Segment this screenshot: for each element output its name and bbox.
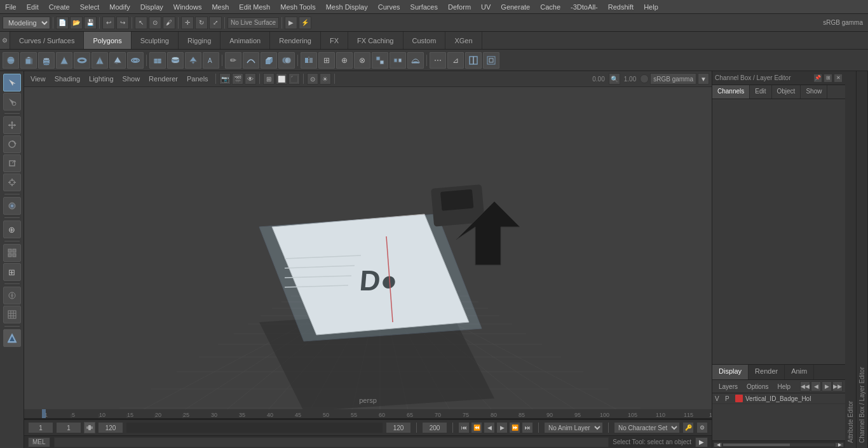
vp-wireframe-icon[interactable]: ⬜: [276, 73, 287, 85]
shelf-cube-icon[interactable]: [20, 52, 37, 69]
move-icon[interactable]: ✛: [181, 17, 194, 29]
hscrollbar-thumb[interactable]: [723, 444, 790, 446]
menu-mesh[interactable]: Mesh: [207, 2, 234, 12]
menu-create[interactable]: Create: [44, 2, 75, 12]
current-frame-field[interactable]: 1: [28, 422, 53, 433]
shelf-disk-icon[interactable]: [167, 52, 184, 69]
anim-settings-icon[interactable]: ⚙: [696, 422, 708, 433]
shelf-pipe-icon[interactable]: [127, 52, 144, 69]
tab-rigging[interactable]: Rigging: [179, 32, 220, 49]
tool-snap-points[interactable]: [3, 244, 21, 262]
vp-camera-icon[interactable]: 📷: [219, 73, 231, 85]
tool-select[interactable]: [3, 74, 21, 92]
script-input[interactable]: [54, 437, 609, 447]
tool-scale[interactable]: [3, 154, 21, 172]
lasso-icon[interactable]: ⊙: [149, 17, 161, 29]
no-live-surface-btn[interactable]: No Live Surface: [227, 17, 279, 29]
tab-xgen[interactable]: XGen: [445, 32, 482, 49]
menu-mesh-tools[interactable]: Mesh Tools: [275, 2, 320, 12]
menu-3dtoall[interactable]: -3DtoAll-: [566, 2, 603, 12]
shelf-cone-icon[interactable]: [56, 52, 72, 69]
right-panel-hscrollbar[interactable]: ◀ ▶: [712, 440, 845, 448]
tab-fx-caching[interactable]: FX Caching: [348, 32, 403, 49]
shelf-text-icon[interactable]: A: [203, 52, 219, 69]
vp-zoom-icon[interactable]: 🔍: [609, 73, 620, 85]
vp-menu-view[interactable]: View: [27, 74, 50, 84]
menu-select[interactable]: Select: [75, 2, 105, 12]
menu-redshift[interactable]: Redshift: [603, 2, 639, 12]
play-fwd-icon[interactable]: ▶: [496, 422, 508, 433]
vp-xray-icon[interactable]: ⊙: [307, 73, 318, 85]
channel-box-pin-icon[interactable]: 📌: [813, 74, 822, 83]
channel-box-close-icon[interactable]: ✕: [834, 74, 843, 83]
menu-edit-mesh[interactable]: Edit Mesh: [234, 2, 275, 12]
skip-back-icon[interactable]: ⏮: [458, 422, 470, 433]
menu-deform[interactable]: Deform: [443, 2, 476, 12]
cb-tab-show[interactable]: Show: [801, 85, 827, 98]
channel-box-resize-icon[interactable]: ⊞: [824, 74, 832, 83]
tool-snap-add[interactable]: ⊞: [3, 263, 21, 281]
shelf-combine-icon[interactable]: [372, 52, 388, 69]
timeline-ruler[interactable]: 1 5 10 15 20 25 30 35 40 45 50 55 60 65: [24, 409, 712, 418]
shelf-edge-loop-icon[interactable]: [465, 52, 482, 69]
shelf-sphere-icon[interactable]: [3, 52, 19, 69]
le-tab-render[interactable]: Render: [749, 365, 785, 379]
timeline-slider[interactable]: [126, 422, 383, 433]
menu-mesh-display[interactable]: Mesh Display: [321, 2, 373, 12]
tool-grid[interactable]: [3, 306, 21, 323]
playback-start-field[interactable]: 1: [56, 422, 81, 433]
vp-menu-show[interactable]: Show: [119, 74, 144, 84]
tab-fx[interactable]: FX: [321, 32, 348, 49]
range-end-field[interactable]: 120: [386, 422, 411, 433]
vp-menu-panels[interactable]: Panels: [183, 74, 212, 84]
channel-box-side-tab[interactable]: Channel Box / Layer Editor: [857, 71, 868, 448]
vp-menu-lighting[interactable]: Lighting: [85, 74, 118, 84]
skip-fwd-icon[interactable]: ⏭: [522, 422, 533, 433]
key-icon[interactable]: 🔑: [682, 422, 694, 433]
render-icon[interactable]: ▶: [285, 17, 297, 29]
select-icon[interactable]: ↖: [135, 17, 147, 29]
cb-tab-channels[interactable]: Channels: [712, 85, 750, 98]
gamma-display[interactable]: sRGB gamma: [650, 73, 696, 85]
menu-windows[interactable]: Windows: [168, 2, 207, 12]
tool-move[interactable]: [3, 116, 21, 134]
tool-universal[interactable]: [3, 173, 21, 191]
shelf-mirror-icon[interactable]: [301, 52, 317, 69]
le-icon-2[interactable]: ◀: [811, 381, 821, 391]
attribute-editor-tab[interactable]: Attribute Editor: [845, 71, 857, 448]
layer-color-swatch[interactable]: [735, 395, 743, 402]
menu-display[interactable]: Display: [135, 2, 168, 12]
shelf-offset-icon[interactable]: [483, 52, 499, 69]
range-end-2-field[interactable]: 200: [422, 422, 447, 433]
frame-range-slider[interactable]: [84, 422, 95, 433]
tool-show-manip[interactable]: ⊕: [3, 221, 21, 238]
ipr-icon[interactable]: ⚡: [299, 17, 311, 29]
le-menu-layers[interactable]: Layers: [715, 382, 742, 391]
shelf-pen-icon[interactable]: ✏: [225, 52, 241, 69]
shelf-boolean-icon[interactable]: [278, 52, 295, 69]
tab-polygons[interactable]: Polygons: [84, 32, 131, 49]
hscrollbar-track[interactable]: [722, 443, 835, 447]
menu-edit[interactable]: Edit: [22, 2, 44, 12]
tool-render-settings[interactable]: [3, 287, 21, 304]
tab-custom[interactable]: Custom: [403, 32, 446, 49]
tool-maya-logo[interactable]: [3, 329, 21, 347]
menu-modify[interactable]: Modify: [104, 2, 135, 12]
le-menu-options[interactable]: Options: [743, 382, 772, 391]
paint-select-icon[interactable]: 🖌: [163, 17, 175, 29]
tool-rotate[interactable]: [3, 135, 21, 153]
shelf-fill-icon[interactable]: ⊗: [354, 52, 370, 69]
rotate-icon[interactable]: ↻: [195, 17, 208, 29]
scroll-left-icon[interactable]: ◀: [714, 442, 722, 447]
shelf-extrude-icon[interactable]: [261, 52, 277, 69]
redo-icon[interactable]: ↪: [116, 17, 129, 29]
play-back-icon[interactable]: ◀: [484, 422, 495, 433]
step-fwd-icon[interactable]: ⏩: [509, 422, 520, 433]
le-tab-anim[interactable]: Anim: [785, 365, 814, 379]
workspace-dropdown[interactable]: Modeling: [3, 17, 50, 29]
menu-uv[interactable]: UV: [476, 2, 496, 12]
cb-tab-edit[interactable]: Edit: [750, 85, 771, 98]
le-icon-1[interactable]: ◀◀: [800, 381, 810, 391]
open-scene-icon[interactable]: 📂: [70, 17, 83, 29]
shelf-crease-icon[interactable]: ⋯: [430, 52, 446, 69]
